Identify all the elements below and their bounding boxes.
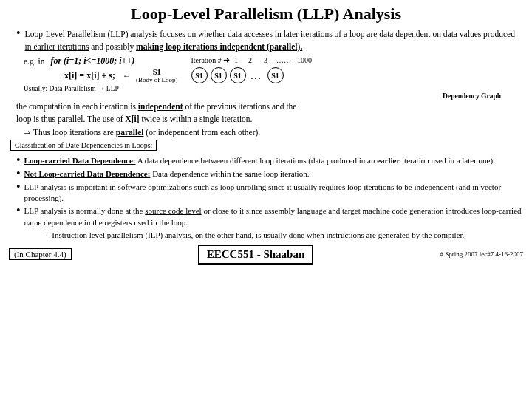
classification-section: Classification of Date Dependencies in L…: [9, 140, 523, 153]
dep-graph-label: Dependency Graph: [9, 92, 501, 100]
iter-2: 2: [248, 56, 252, 64]
thus-text: Thus loop iterations are parallel (or in…: [33, 128, 260, 137]
body-loop-label: (Body of Loop): [136, 76, 178, 83]
page: Loop-Level Parallelism (LLP) Analysis • …: [0, 0, 532, 399]
term: Spring 2007: [445, 250, 477, 258]
intro-text: Loop-Level Parallelism (LLP) analysis fo…: [25, 28, 523, 52]
intro-bullet-row: • Loop-Level Parallelism (LLP) analysis …: [16, 28, 523, 52]
bullet2-dot-1: •: [16, 154, 21, 167]
iter-1: 1: [234, 56, 238, 64]
dash-text: Instruction level parallelism (ILP) anal…: [52, 231, 464, 239]
bullet2-text-4: LLP analysis is normally done at the sou…: [24, 205, 523, 228]
iter-box-2: S1: [211, 67, 227, 83]
bottom-row: (In Chapter 4.4) EECC551 - Shaaban # Spr…: [9, 245, 523, 265]
usually-row: Usually: Data Parallelism → LLP: [24, 85, 523, 92]
bullet2-text-2: Not Loop-carried Data Dependence: Data d…: [24, 168, 310, 180]
arrow-s1: ←: [123, 72, 130, 80]
hash-sym: #: [440, 250, 443, 258]
iter-arrow-icon: ➜: [223, 55, 230, 65]
bullet-row-4: • LLP analysis is normally done at the s…: [16, 205, 523, 228]
iter-box-1: S1: [191, 67, 208, 83]
iter-box-3: S1: [230, 67, 246, 83]
iter-label: Iteration #: [191, 56, 222, 64]
iter-dots: ……: [276, 56, 291, 64]
s1-arrow-label: S1: [153, 68, 161, 76]
bullet2-dot-2: •: [16, 167, 21, 180]
page-title: Loop-Level Parallelism (LLP) Analysis: [9, 4, 523, 24]
iter-1000: 1000: [297, 56, 312, 64]
for-code: for (i=1; i<=1000; i++): [50, 55, 134, 66]
iter-box-1000: S1: [267, 67, 284, 83]
intro-section: • Loop-Level Parallelism (LLP) analysis …: [16, 28, 523, 52]
bullet2-text-3: LLP analysis is important in software op…: [24, 182, 523, 205]
date: 4-16-2007: [496, 250, 524, 258]
lec: lec#7: [480, 250, 494, 258]
dash-sym: –: [46, 231, 50, 239]
thus-row: ⇒ Thus loop iterations are parallel (or …: [24, 128, 523, 137]
eg-label: e.g. in: [24, 57, 44, 66]
bullet-dot-1: •: [16, 27, 21, 40]
bullet2-text-1: Loop-carried Data Dependence: A data dep…: [24, 155, 495, 166]
xi-code: x[i] = x[i] + s;: [64, 70, 115, 81]
iter-3: 3: [264, 56, 267, 64]
bullet-row-1: • Loop-carried Data Dependence: A data d…: [16, 155, 523, 167]
bottom-info: # Spring 2007 lec#7 4-16-2007: [440, 250, 523, 258]
bullets-section: • Loop-carried Data Dependence: A data d…: [16, 155, 523, 242]
independent-section: the computation in each iteration is ind…: [16, 100, 523, 125]
eecc-box: EECC551 - Shaaban: [198, 245, 314, 265]
classification-box: Classification of Date Dependencies in L…: [10, 140, 157, 151]
bullet-row-3: • LLP analysis is important in software …: [16, 182, 523, 205]
iter-ellipsis: …: [250, 69, 263, 82]
bullet2-dot-4: •: [16, 204, 21, 217]
bullet-row-2: • Not Loop-carried Data Dependence: Data…: [16, 168, 523, 180]
sub-dash-row: – Instruction level parallelism (ILP) an…: [46, 230, 523, 241]
usually-label: Usually: Data Parallelism → LLP: [24, 85, 119, 92]
bullet2-dot-3: •: [16, 180, 21, 194]
double-arrow: ⇒: [24, 128, 30, 137]
in-chapter: (In Chapter 4.4): [9, 248, 72, 260]
